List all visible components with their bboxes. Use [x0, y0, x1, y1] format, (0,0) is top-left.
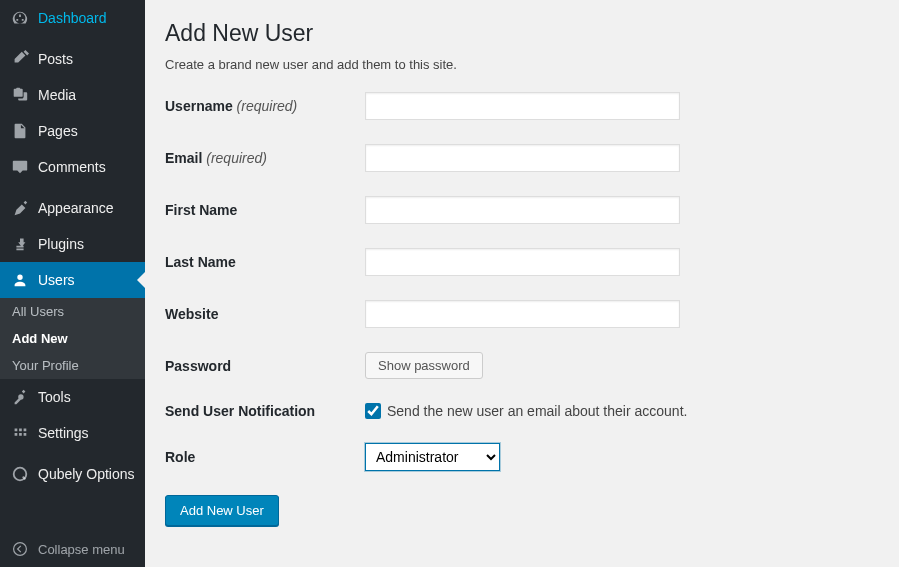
collapse-menu-button[interactable]: Collapse menu: [0, 531, 145, 567]
notification-checkbox[interactable]: [365, 403, 381, 419]
sidebar-item-appearance[interactable]: Appearance: [0, 190, 145, 226]
admin-sidebar: Dashboard Posts Media Pages Comments App…: [0, 0, 145, 567]
first-name-label: First Name: [165, 202, 365, 218]
role-select[interactable]: Administrator: [365, 443, 500, 471]
sidebar-subitem-all-users[interactable]: All Users: [0, 298, 145, 325]
password-label: Password: [165, 358, 365, 374]
tools-icon: [10, 387, 30, 407]
last-name-label: Last Name: [165, 254, 365, 270]
collapse-icon: [10, 539, 30, 559]
role-label: Role: [165, 449, 365, 465]
svg-point-1: [14, 543, 27, 556]
sidebar-item-label: Pages: [38, 123, 78, 139]
sidebar-item-plugins[interactable]: Plugins: [0, 226, 145, 262]
sidebar-item-comments[interactable]: Comments: [0, 149, 145, 185]
sidebar-item-settings[interactable]: Settings: [0, 415, 145, 451]
last-name-input[interactable]: [365, 248, 680, 276]
settings-icon: [10, 423, 30, 443]
sidebar-item-label: Comments: [38, 159, 106, 175]
page-subtitle: Create a brand new user and add them to …: [165, 57, 879, 72]
sidebar-item-label: Qubely Options: [38, 466, 135, 482]
media-icon: [10, 85, 30, 105]
notification-label: Send User Notification: [165, 403, 365, 419]
first-name-input[interactable]: [365, 196, 680, 224]
users-icon: [10, 270, 30, 290]
collapse-menu-label: Collapse menu: [38, 542, 125, 557]
sidebar-item-label: Settings: [38, 425, 89, 441]
comments-icon: [10, 157, 30, 177]
website-input[interactable]: [365, 300, 680, 328]
sidebar-item-label: Users: [38, 272, 75, 288]
sidebar-item-media[interactable]: Media: [0, 77, 145, 113]
sidebar-item-posts[interactable]: Posts: [0, 41, 145, 77]
sidebar-item-label: Tools: [38, 389, 71, 405]
sidebar-item-label: Media: [38, 87, 76, 103]
sidebar-subitem-add-new[interactable]: Add New: [0, 325, 145, 352]
add-new-user-button[interactable]: Add New User: [165, 495, 279, 526]
username-input[interactable]: [365, 92, 680, 120]
sidebar-item-dashboard[interactable]: Dashboard: [0, 0, 145, 36]
email-input[interactable]: [365, 144, 680, 172]
website-label: Website: [165, 306, 365, 322]
pages-icon: [10, 121, 30, 141]
appearance-icon: [10, 198, 30, 218]
sidebar-item-label: Appearance: [38, 200, 114, 216]
sidebar-item-label: Dashboard: [38, 10, 107, 26]
sidebar-item-label: Plugins: [38, 236, 84, 252]
user-form: Username (required) Email (required) Fir…: [165, 92, 879, 471]
notification-checkbox-label: Send the new user an email about their a…: [387, 403, 687, 419]
username-label: Username (required): [165, 98, 365, 114]
email-label: Email (required): [165, 150, 365, 166]
sidebar-item-qubely[interactable]: Qubely Options: [0, 456, 145, 492]
sidebar-subitem-your-profile[interactable]: Your Profile: [0, 352, 145, 379]
sidebar-item-label: Posts: [38, 51, 73, 67]
sidebar-item-users[interactable]: Users: [0, 262, 145, 298]
show-password-button[interactable]: Show password: [365, 352, 483, 379]
page-title: Add New User: [165, 20, 879, 47]
dashboard-icon: [10, 8, 30, 28]
posts-icon: [10, 49, 30, 69]
sidebar-item-pages[interactable]: Pages: [0, 113, 145, 149]
plugins-icon: [10, 234, 30, 254]
main-content: Add New User Create a brand new user and…: [145, 0, 899, 567]
sidebar-item-tools[interactable]: Tools: [0, 379, 145, 415]
qubely-icon: [10, 464, 30, 484]
